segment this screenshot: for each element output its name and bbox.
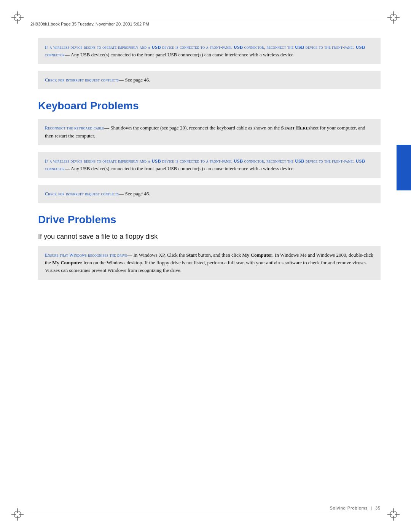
wireless-usb-text-2: If a wireless device begins to operate i… [45, 157, 374, 173]
corner-mark-tl [11, 11, 24, 24]
drive-sub-heading: If you cannot save a file to a floppy di… [38, 233, 381, 241]
wireless-label-2: If a wireless device begins to operate i… [45, 158, 365, 171]
ensure-windows-box: Ensure that Windows recognizes the drive… [38, 246, 381, 280]
wireless-label-1: If a wireless device begins to operate i… [45, 45, 365, 58]
keyboard-cable-text: Reconnect the keyboard cable— Shut down … [45, 124, 374, 139]
wireless-usb-text-1: If a wireless device begins to operate i… [45, 43, 374, 59]
blue-tab [397, 145, 411, 190]
footer-separator: | [371, 506, 372, 510]
keyboard-heading: Keyboard Problems [38, 100, 381, 112]
my-computer-bold-1: My Computer [242, 252, 272, 258]
check-interrupt-text-1: Check for interrupt request conflicts— S… [45, 76, 374, 84]
wireless-usb-box-1: If a wireless device begins to operate i… [38, 38, 381, 64]
footer: Solving Problems | 35 [30, 506, 381, 512]
page-container: 2H930bk1.book Page 35 Tuesday, November … [0, 0, 411, 532]
keyboard-cable-box: Reconnect the keyboard cable— Shut down … [38, 119, 381, 145]
wireless-usb-box-2: If a wireless device begins to operate i… [38, 152, 381, 178]
corner-mark-bl [11, 508, 24, 521]
start-here-text: START HERE [281, 125, 309, 131]
check-interrupt-label-2: Check for interrupt request conflicts [45, 191, 119, 197]
footer-label: Solving Problems [330, 506, 368, 510]
footer-page-number: 35 [375, 506, 381, 510]
header-text: 2H930bk1.book Page 35 Tuesday, November … [30, 22, 149, 26]
my-computer-bold-2: My Computer [52, 260, 82, 265]
check-interrupt-box-2: Check for interrupt request conflicts— S… [38, 185, 381, 203]
corner-mark-tr [387, 11, 400, 24]
keyboard-cable-label: Reconnect the keyboard cable [45, 125, 104, 131]
start-bold: Start [186, 252, 197, 258]
ensure-windows-label: Ensure that Windows recognizes the drive [45, 252, 127, 258]
drive-heading: Drive Problems [38, 214, 381, 226]
main-content: If a wireless device begins to operate i… [38, 38, 381, 494]
top-bar: 2H930bk1.book Page 35 Tuesday, November … [30, 20, 381, 26]
check-interrupt-label-1: Check for interrupt request conflicts [45, 77, 119, 83]
check-interrupt-box-1: Check for interrupt request conflicts— S… [38, 71, 381, 89]
corner-mark-br [387, 508, 400, 521]
check-interrupt-text-2: Check for interrupt request conflicts— S… [45, 190, 374, 198]
ensure-windows-text: Ensure that Windows recognizes the drive… [45, 251, 374, 274]
